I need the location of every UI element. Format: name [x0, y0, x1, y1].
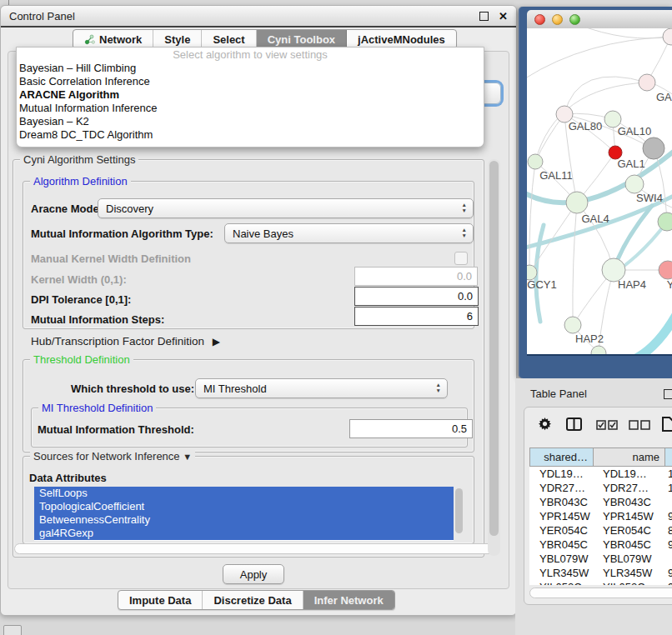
node-label: GAL11	[539, 169, 573, 182]
manual-kernel-width-checkbox[interactable]	[454, 252, 468, 265]
network-node[interactable]	[663, 28, 672, 45]
network-node[interactable]	[659, 261, 672, 279]
mi-threshold-field[interactable]: 0.5	[349, 419, 473, 438]
table-row[interactable]: YER054CYER054C8.	[529, 523, 672, 538]
tab-jactivemnodules[interactable]: jActiveMNodules	[347, 30, 456, 48]
unchecked-columns-icon[interactable]	[629, 418, 650, 433]
tab-select[interactable]: Select	[202, 30, 256, 48]
bottom-tab-discretize-data[interactable]: Discretize Data	[203, 591, 303, 609]
close-panel-icon[interactable]: ✕	[499, 10, 508, 22]
minimized-panel-icon[interactable]	[3, 625, 22, 635]
mi-steps-field[interactable]: 6	[354, 307, 479, 326]
table-row[interactable]: YBR045CYBR045C9.	[529, 538, 672, 552]
close-window-icon[interactable]	[534, 14, 545, 25]
data-attributes-label: Data Attributes	[29, 472, 107, 484]
tab-network[interactable]: Network	[73, 30, 153, 48]
table-toolbar	[524, 414, 672, 438]
table-cell: 9.	[664, 567, 672, 579]
table-row[interactable]: YLR345WYLR345W9.	[529, 566, 672, 580]
mi-algorithm-type-label: Mutual Information Algorithm Type:	[31, 228, 213, 240]
table-row[interactable]: YDR27…YDR27…12	[529, 481, 672, 495]
network-edge[interactable]	[529, 162, 535, 272]
table-cell: 12	[664, 482, 672, 494]
algorithm-option[interactable]: Mutual Information Inference	[17, 102, 484, 115]
attributes-list-scrollbar[interactable]	[455, 488, 463, 533]
network-edge[interactable]	[624, 313, 672, 354]
bottom-tab-impute-data[interactable]: Impute Data	[118, 591, 203, 609]
attribute-item[interactable]: TopologicalCoefficient	[34, 500, 454, 513]
kernel-width-field[interactable]: 0.0	[354, 267, 478, 286]
table-cell: YBR043C	[529, 496, 593, 508]
table-row[interactable]: YBL079WYBL079W	[529, 552, 672, 566]
which-threshold-label: Which threshold to use:	[71, 382, 194, 395]
table-header: shared…name	[529, 448, 672, 467]
settings-scrollbar-thumb[interactable]	[489, 161, 499, 536]
tab-label: Discretize Data	[213, 594, 291, 607]
tab-label: Cyni Toolbox	[268, 33, 335, 46]
attribute-item[interactable]: gal4RGexp	[34, 527, 454, 540]
sources-group-title[interactable]: Sources for Network Inference ▼	[30, 450, 195, 462]
table-cell: YER054C	[593, 524, 664, 537]
table-cell: YDL19…	[593, 468, 664, 480]
attribute-item[interactable]: BetweennessCentrality	[34, 513, 454, 527]
settings-horizontal-scrollbar[interactable]	[14, 543, 498, 554]
network-node[interactable]	[658, 212, 672, 231]
aracne-mode-select[interactable]: Discovery ▲▼	[98, 198, 474, 218]
node-label: GAL80	[569, 120, 602, 132]
tab-cyni-toolbox[interactable]: Cyni Toolbox	[257, 30, 347, 48]
apply-button[interactable]: Apply	[223, 564, 284, 584]
gear-icon[interactable]	[538, 418, 552, 435]
threshold-definition-title: Threshold Definition	[30, 353, 133, 366]
mi-algorithm-type-select[interactable]: Naive Bayes ▲▼	[224, 223, 474, 243]
node-label: GCY1	[527, 278, 556, 291]
table-row[interactable]: YIL052CYIL052C9.	[529, 580, 672, 585]
network-node[interactable]	[566, 192, 588, 213]
table-row[interactable]: YBR043CYBR043C	[529, 495, 672, 509]
network-node[interactable]	[625, 175, 644, 193]
bottom-tab-infer-network[interactable]: Infer Network	[303, 591, 394, 609]
column-header[interactable]	[664, 448, 672, 467]
network-node[interactable]	[639, 74, 655, 91]
algorithm-option[interactable]: Bayesian – K2	[17, 115, 484, 128]
table-cell: YIL052C	[593, 581, 664, 585]
table-row[interactable]: YDL19…YDL19…13	[529, 467, 672, 481]
table-cell: YBR043C	[593, 496, 664, 508]
table-cell: YBR045C	[593, 538, 664, 551]
table-cell: YDR27…	[593, 482, 664, 494]
network-edge[interactable]	[529, 202, 577, 272]
split-columns-icon[interactable]	[566, 418, 582, 434]
which-threshold-select[interactable]: MI Threshold ▲▼	[195, 378, 448, 398]
document-icon[interactable]	[661, 417, 672, 435]
tab-style[interactable]: Style	[153, 30, 202, 48]
table-row[interactable]: YPR145WYPR145W9.	[529, 509, 672, 523]
table-panel: shared…name YDL19…YDL19…13YDR27…YDR27…12…	[524, 407, 672, 605]
table-horizontal-scrollbar[interactable]	[529, 588, 672, 598]
column-header[interactable]: name	[593, 448, 664, 467]
dpi-tolerance-field[interactable]: 0.0	[354, 287, 479, 306]
attribute-item[interactable]: SelfLoops	[34, 487, 454, 500]
data-attributes-list[interactable]: SelfLoopsTopologicalCoefficientBetweenne…	[34, 487, 454, 541]
hub-definition-toggle[interactable]: Hub/Transcription Factor Definition ▶	[31, 335, 220, 348]
network-edge[interactable]	[564, 77, 647, 114]
checked-columns-icon[interactable]	[596, 418, 618, 433]
column-header[interactable]: shared…	[529, 448, 593, 467]
network-edge[interactable]	[527, 37, 671, 78]
float-panel-icon[interactable]	[479, 12, 489, 21]
combo-arrows-icon: ▲▼	[462, 227, 467, 238]
zoom-window-icon[interactable]	[569, 14, 580, 25]
bottom-tabs: Impute DataDiscretize DataInfer Network	[118, 590, 395, 610]
network-icon	[84, 34, 95, 45]
network-edge[interactable]	[577, 28, 671, 38]
algorithm-option[interactable]: ARACNE Algorithm	[17, 88, 484, 102]
network-window-titlebar[interactable]	[527, 10, 672, 29]
network-node[interactable]	[643, 138, 664, 159]
algorithm-option[interactable]: Dream8 DC_TDC Algorithm	[17, 128, 484, 142]
network-node[interactable]	[564, 317, 581, 333]
network-canvas[interactable]: GALGAL80GAL10GAL1GAL11GAL4SWI4GCY1HAP4YH…	[527, 28, 672, 356]
algorithm-option[interactable]: Bayesian – Hill Climbing	[17, 62, 484, 75]
network-node[interactable]	[528, 154, 543, 169]
minimize-window-icon[interactable]	[552, 14, 563, 25]
algorithm-option[interactable]: Basic Correlation Inference	[17, 75, 484, 88]
network-edge[interactable]	[573, 202, 577, 325]
float-table-panel-icon[interactable]	[664, 389, 672, 399]
